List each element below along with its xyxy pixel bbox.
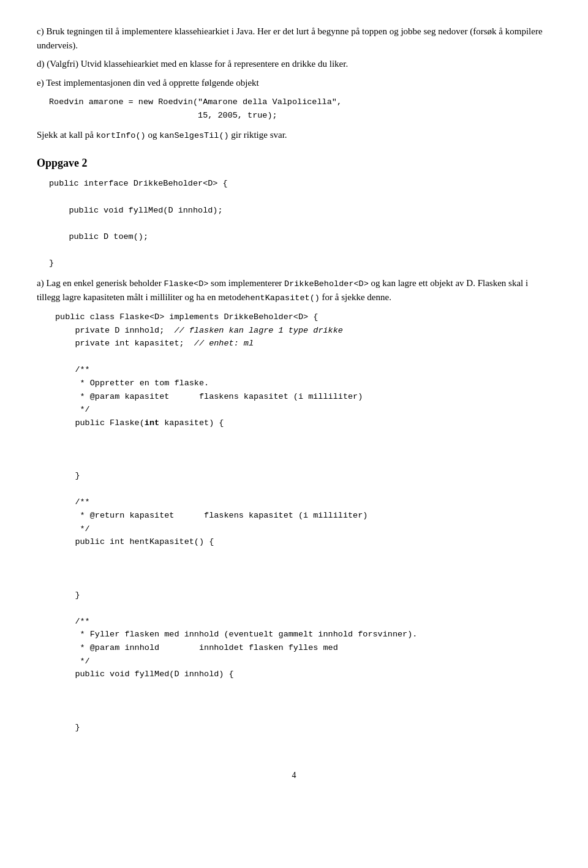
- e-check-paragraph: Sjekk at kall på kortInfo() og kanSelges…: [37, 128, 551, 142]
- e-paragraph: e) Test implementasjonen din ved å oppre…: [37, 76, 551, 90]
- oppgave2-heading: Oppgave 2: [37, 157, 551, 170]
- a-label: a): [37, 278, 44, 288]
- e-check-text: Sjekk at kall på kortInfo() og kanSelges…: [37, 130, 287, 140]
- hentkapasitet-ref: hentKapasitet(): [245, 293, 320, 303]
- a-text: Lag en enkel generisk beholder Flaske<D>…: [37, 278, 528, 302]
- page-number: 4: [37, 771, 551, 780]
- a-paragraph: a) Lag en enkel generisk beholder Flaske…: [37, 276, 551, 305]
- e-intro: Test implementasjonen din ved å opprette…: [46, 78, 259, 88]
- interface-code-block: public interface DrikkeBeholder<D> { pub…: [49, 177, 551, 270]
- flaske-ref: Flaske<D>: [164, 279, 208, 289]
- c-label: c): [37, 26, 44, 36]
- class-code-block: public class Flaske<D> implements Drikke…: [55, 311, 551, 734]
- d-text: (Valgfri) Utvid klassehiearkiet med en k…: [47, 59, 348, 69]
- e-label: e): [37, 78, 44, 88]
- c-paragraph: c) Bruk tegningen til å implementere kla…: [37, 25, 551, 52]
- kortinfo-ref: kortInfo(): [96, 131, 146, 140]
- d-paragraph: d) (Valgfri) Utvid klassehiearkiet med e…: [37, 57, 551, 71]
- drikkebeholder-ref: DrikkeBeholder<D>: [284, 279, 369, 289]
- kanselgestil-ref: kanSelgesTil(): [159, 131, 228, 140]
- e-code-block: Roedvin amarone = new Roedvin("Amarone d…: [49, 96, 551, 122]
- d-label: d): [37, 59, 45, 69]
- c-text: Bruk tegningen til å implementere klasse…: [37, 26, 543, 50]
